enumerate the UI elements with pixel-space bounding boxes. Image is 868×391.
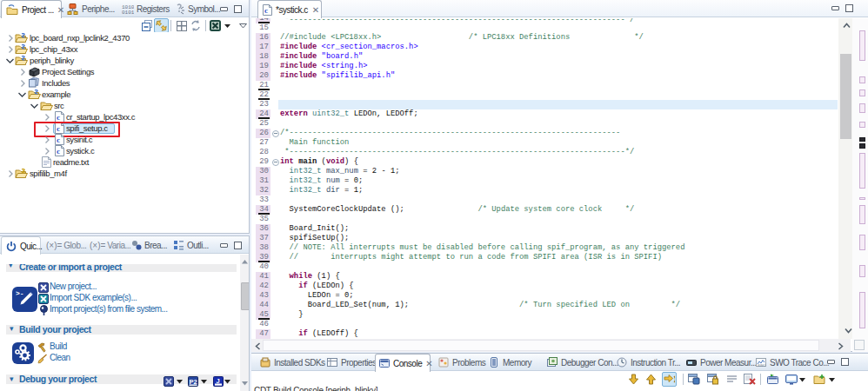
- svg-text:0101: 0101: [122, 10, 134, 15]
- svg-text:c: c: [57, 113, 60, 122]
- svg-text:c: c: [57, 136, 60, 144]
- svg-text:c: c: [57, 147, 60, 156]
- svg-text:P2: P2: [190, 378, 197, 386]
- svg-text:SWO: SWO: [758, 363, 766, 368]
- svg-text:c: c: [264, 6, 268, 15]
- svg-text:J: J: [217, 377, 220, 385]
